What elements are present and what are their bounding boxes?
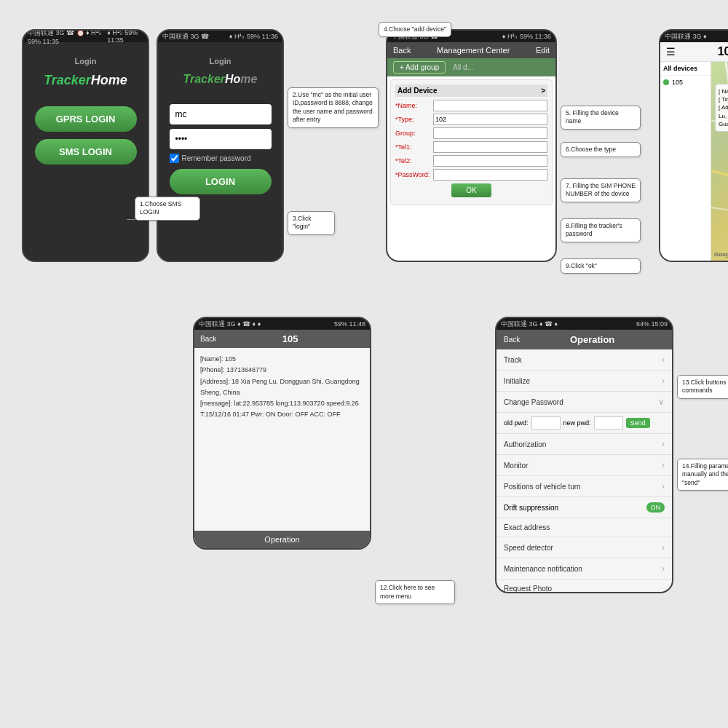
screen-2: Login TrackerHome mc •••• Remember passw… [158, 42, 282, 261]
pwd-arrow: ∨ [658, 397, 665, 407]
annotation-2: 2.Use "mc" as the initial user ID,passwo… [288, 87, 379, 128]
send-button-pwd[interactable]: Send [626, 418, 650, 428]
maint-arrow: › [662, 563, 665, 574]
map-info-box: [ Name ]:105 [ Time ]: 15/12/16 01:40 [ … [715, 84, 728, 132]
dialog-row-name: *Name: [395, 100, 547, 111]
op-track[interactable]: Track › [496, 349, 672, 371]
old-pwd-input[interactable] [531, 416, 561, 430]
dialog-row-type: *Type: 102 [395, 114, 547, 125]
annotation-4: 4.Choose "add device" [379, 22, 451, 37]
op-initialize[interactable]: Initialize › [496, 371, 672, 392]
annotation-3: 3.Click "login" [288, 211, 335, 235]
all-devices-label-4: All devices [660, 62, 711, 76]
op-monitor[interactable]: Monitor › [496, 455, 672, 476]
drift-toggle[interactable]: ON [646, 502, 665, 513]
op-vehicle-turn[interactable]: Positions of vehicle turn › [496, 476, 672, 497]
edit-btn-3[interactable]: Edit [536, 46, 550, 55]
tracker-logo-1: TrackerHome [44, 73, 127, 88]
track-arrow: › [662, 355, 665, 365]
username-input[interactable]: mc [170, 104, 272, 124]
screen-4: ☰ 105 🔒 👤 All devices 105 [660, 42, 728, 261]
op-header: Back Operation [496, 330, 672, 349]
dialog-row-passwd: *PassWord: [395, 169, 547, 181]
phone-5: 中国联通 3G ♦ ☎ ♦ ♦ 59% 11:48 Back 105 [Name… [193, 317, 371, 550]
annotation-14: 14.Filling parameters manually and then … [677, 459, 728, 491]
phone-wrapper-2: 中国联通 3G ☎ ♦ H⁴ᵢₗ 59% 11:36 Login Tracker… [157, 29, 284, 288]
tel2-input[interactable] [433, 155, 547, 167]
auth-arrow: › [662, 439, 665, 449]
screen-1: Login TrackerHome GPRS LOGIN SMS LOGIN [23, 42, 148, 261]
passwd-input[interactable] [433, 169, 547, 181]
tel1-input[interactable] [433, 141, 547, 153]
mgmt-toolbar: + Add group All d... [387, 58, 555, 76]
operation-tab[interactable]: Operation [194, 531, 370, 548]
menu-icon[interactable]: ☰ [666, 46, 676, 58]
group-input[interactable] [433, 127, 547, 139]
speed-arrow: › [662, 542, 665, 553]
dialog-row-group: Group: [395, 127, 547, 139]
dialog-row-tel2: *Tel2: [395, 155, 547, 167]
back-btn-5[interactable]: Back [200, 335, 216, 343]
map-sidebar: All devices 105 [660, 62, 711, 261]
tracker-logo-2: TrackerHome [183, 73, 258, 86]
password-input[interactable]: •••• [170, 129, 272, 149]
gprs-login-button[interactable]: GPRS LOGIN [35, 106, 137, 132]
login-title-1: Login [75, 57, 97, 66]
annotation-8: 8.Filling the tracker's password [561, 218, 641, 242]
init-arrow: › [662, 376, 665, 386]
op-drift: Drift suppression ON [496, 497, 672, 518]
svg-line-4 [711, 207, 728, 222]
phone-wrapper-6: 中国联通 3G ♦ ☎ ♦ 64% 15:09 Back Operation T… [495, 317, 673, 622]
phone-wrapper-4: 中国联通 3G ♦ ⏰ ♦ H⁴ᵢₗ 59% 11:42 ☰ 105 🔒 👤 [659, 29, 728, 288]
back-btn-6[interactable]: Back [504, 336, 520, 344]
op-maintenance[interactable]: Maintenance notification › [496, 558, 672, 579]
annotation-1: 1.Choose SMS LOGIN [135, 197, 200, 221]
annotation-13: 13.Click buttons to send commands [677, 375, 728, 399]
phone-wrapper-1: 中国联通 3G ☎ ⏰ ♦ H⁴ᵢₗ 59% 11:35 ♦ H⁴ᵢₗ 59% … [22, 29, 149, 288]
status-bar-4: 中国联通 3G ♦ ⏰ ♦ H⁴ᵢₗ 59% 11:42 [660, 31, 728, 42]
device-number: 105 [718, 45, 728, 58]
map-area: [ Name ]:105 [ Time ]: 15/12/16 01:40 [ … [711, 62, 728, 261]
op-exact-address[interactable]: Exact address [496, 518, 672, 537]
status-bar-6: 中国联通 3G ♦ ☎ ♦ 64% 15:09 [496, 318, 672, 330]
dialog-header: Add Device > [395, 84, 547, 97]
op-authorization[interactable]: Authorization › [496, 434, 672, 455]
add-group-button[interactable]: + Add group [393, 61, 446, 74]
phone-2: 中国联通 3G ☎ ♦ H⁴ᵢₗ 59% 11:36 Login Tracker… [157, 29, 284, 262]
login-button[interactable]: LOGIN [170, 169, 272, 194]
google-logo: Google [714, 251, 728, 258]
sms-login-button[interactable]: SMS LOGIN [35, 139, 137, 165]
map-content: All devices 105 [660, 62, 728, 261]
green-dot-icon [663, 79, 669, 85]
op-request-photo[interactable]: Request Photo [496, 579, 672, 592]
new-pwd-input[interactable] [594, 416, 623, 430]
status-bar-2: 中国联通 3G ☎ ♦ H⁴ᵢₗ 59% 11:36 [158, 31, 282, 42]
phone-wrapper-3: 中国联通 3G ☎ ♦ H⁴ᵢₗ 59% 11:36 Back Manageme… [386, 29, 557, 288]
map-header: ☰ 105 🔒 👤 [660, 42, 728, 62]
type-input[interactable]: 102 [433, 114, 547, 125]
screen-6: Back Operation Track › Initialize [496, 330, 672, 592]
top-row: 中国联通 3G ☎ ⏰ ♦ H⁴ᵢₗ 59% 11:35 ♦ H⁴ᵢₗ 59% … [22, 29, 706, 288]
op-speed-detector[interactable]: Speed detector › [496, 537, 672, 558]
ok-button[interactable]: OK [451, 183, 491, 197]
annotation-12: 12.Click here to see more menu [375, 580, 455, 604]
login-title-2: Login [210, 57, 232, 66]
back-btn-3[interactable]: Back [393, 46, 411, 55]
phone-3: 中国联通 3G ☎ ♦ H⁴ᵢₗ 59% 11:36 Back Manageme… [386, 29, 557, 262]
bottom-row: 中国联通 3G ♦ ☎ ♦ ♦ 59% 11:48 Back 105 [Name… [193, 317, 706, 622]
main-container: 中国联通 3G ☎ ⏰ ♦ H⁴ᵢₗ 59% 11:35 ♦ H⁴ᵢₗ 59% … [0, 0, 728, 728]
add-device-dialog: Add Device > *Name: *Type: 102 Group: [390, 79, 553, 205]
pwd-row: old pwd: new pwd: Send [496, 413, 672, 434]
dialog-row-tel1: *Tel1: [395, 141, 547, 153]
screen-5: Back 105 [Name]: 105 [Phone]: 1371364677… [194, 330, 370, 548]
device-item-105[interactable]: 105 [660, 76, 711, 89]
name-input[interactable] [433, 100, 547, 111]
annotation-7: 7. Filling the SIM PHONE NUMBER of the d… [561, 178, 641, 202]
phone-4: 中国联通 3G ♦ ⏰ ♦ H⁴ᵢₗ 59% 11:42 ☰ 105 🔒 👤 [659, 29, 728, 262]
mgmt-header: Back Management Center Edit [387, 42, 555, 58]
phone-wrapper-5: 中国联通 3G ♦ ☎ ♦ ♦ 59% 11:48 Back 105 [Name… [193, 317, 371, 622]
annotation-9: 9.Click "ok" [561, 258, 641, 274]
remember-row: Remember password [170, 154, 272, 163]
op-change-password[interactable]: Change Password ∨ [496, 392, 672, 413]
remember-checkbox[interactable] [170, 154, 179, 163]
